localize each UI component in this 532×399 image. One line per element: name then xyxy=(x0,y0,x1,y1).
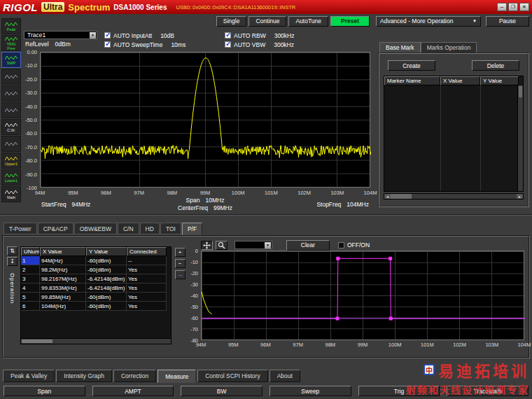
pf-table-header: UNumX ValueY ValueConnected xyxy=(21,247,171,256)
tab-toi[interactable]: TOI xyxy=(160,223,181,234)
checkbox-box[interactable] xyxy=(225,41,231,48)
sidebar-item-trace[interactable] xyxy=(1,85,21,102)
sidebar-item-marker[interactable] xyxy=(1,136,21,152)
y-tick-label: -10 xyxy=(190,259,198,265)
marker-col-y-value[interactable]: Y Value xyxy=(480,76,519,85)
tab-control-scpi-history[interactable]: Control SCPI History xyxy=(197,370,267,382)
offon-checkbox[interactable] xyxy=(338,242,344,248)
marker-table-hscrollbar[interactable]: ◄ ► xyxy=(384,193,524,200)
pause-button[interactable]: Pause xyxy=(486,16,529,27)
limit-point-marker[interactable] xyxy=(388,257,392,260)
tab-measure[interactable]: Measure xyxy=(158,370,196,383)
sidebar-item-swp[interactable]: SWP xyxy=(1,52,21,68)
pf-table-row[interactable]: 6104M(Hz)-60(dBm)Yes xyxy=(21,302,171,311)
chevron-down-icon: ▼ xyxy=(472,19,477,23)
watermark-logo: 中 xyxy=(424,364,435,375)
create-marker-button[interactable]: Create xyxy=(388,60,435,71)
scrollbar-thumb[interactable] xyxy=(22,340,52,343)
pf-table-row[interactable]: 194M(Hz)-60(dBm)-- xyxy=(21,256,171,265)
sidebar-item-lower1[interactable]: Lower1 xyxy=(1,169,21,186)
pf-table-hscrollbar[interactable] xyxy=(21,338,171,344)
pf-table-row[interactable]: 599.85M(Hz)-60(dBm)Yes xyxy=(21,293,171,302)
sidebar-item-det[interactable] xyxy=(1,69,21,85)
sidebar-item-peak[interactable]: Peak xyxy=(1,18,21,34)
advanced-operation-dropdown[interactable]: Advanced - More Operation ▼ xyxy=(376,16,481,27)
pf-col-y-value[interactable]: Y Value xyxy=(86,247,127,256)
tab-correction[interactable]: Correction xyxy=(113,370,156,382)
marker-table-vscrollbar[interactable] xyxy=(517,85,523,191)
pf-chart-plot[interactable] xyxy=(201,251,524,340)
marker-panel-body: Create Delete Marker NameX ValueY Value … xyxy=(378,52,529,207)
tab-cp-acp[interactable]: CP&ACP xyxy=(38,223,74,234)
scroll-left-icon[interactable]: ◄ xyxy=(384,194,391,199)
pf-col-unum[interactable]: UNum xyxy=(21,247,40,256)
tab-c-n[interactable]: C/N xyxy=(118,223,139,234)
sidebar-item-trig-free[interactable]: TRIG Free xyxy=(1,35,21,51)
sidebar-item-upper1[interactable]: Upper1 xyxy=(1,153,21,169)
tab-p-f[interactable]: P/F xyxy=(182,223,202,235)
pf-table-row[interactable]: 298.2M(Hz)-60(dBm)Yes xyxy=(21,265,171,274)
scrollbar-track[interactable] xyxy=(391,194,517,199)
stop-freq-value: 104MHz xyxy=(346,201,369,208)
tracemath-button[interactable]: TraceMath xyxy=(447,386,528,396)
tab-base-mark[interactable]: Base Mark xyxy=(379,42,421,52)
checkbox-value: 10ms xyxy=(171,41,186,48)
bw-button[interactable]: BW xyxy=(181,386,262,396)
maximize-icon[interactable]: ❐ xyxy=(508,3,518,11)
checkbox-auto-rbw[interactable]: AUTO RBW300kHz xyxy=(225,32,335,39)
continue-button[interactable]: Continue xyxy=(248,16,286,27)
pf-table-row[interactable]: 398.2167M(Hz)-6.42148(dBm)Yes xyxy=(21,274,171,284)
tab-about[interactable]: About xyxy=(270,370,300,382)
checkbox-value: 300kHz xyxy=(274,41,294,48)
pf-cell: 6 xyxy=(21,302,40,311)
marker-table: Marker NameX ValueY Value xyxy=(384,76,524,192)
spectrum-plot[interactable] xyxy=(40,52,370,188)
tab-peak-valley[interactable]: Peak & Valley xyxy=(3,370,55,382)
delete-marker-button[interactable]: Delete xyxy=(472,60,519,71)
move-rows-icon[interactable]: ⇅ xyxy=(7,246,18,255)
checkbox-box[interactable] xyxy=(225,32,231,38)
marker-col-marker-name[interactable]: Marker Name xyxy=(384,76,440,85)
clear-button[interactable]: Clear xyxy=(286,240,330,251)
sidebar-item-avg[interactable] xyxy=(1,102,21,118)
trig-button[interactable]: Trig xyxy=(358,386,440,396)
tab-t-power[interactable]: T-Power xyxy=(4,223,37,234)
scroll-right-icon[interactable]: ► xyxy=(517,194,523,199)
tab-intensity-graph[interactable]: Intensity Graph xyxy=(56,370,112,382)
pf-col-x-value[interactable]: X Value xyxy=(40,247,86,256)
peak-icon xyxy=(5,21,18,27)
checkbox-auto-vbw[interactable]: AUTO VBW300kHz xyxy=(225,41,335,48)
pf-limit-dropdown[interactable]: ▼ xyxy=(234,241,272,249)
bottom-function-buttons: SpanAMPTBWSweepTrigTraceMath xyxy=(0,386,532,396)
tab-obw-ebw[interactable]: OBW&EBW xyxy=(74,223,117,234)
span-button[interactable]: Span xyxy=(4,386,85,396)
marker-col-x-value[interactable]: X Value xyxy=(440,76,480,85)
pass-fail-panel: ⇅ ↧ Operation UNumX ValueY ValueConnecte… xyxy=(2,235,530,358)
scrollbar-thumb[interactable] xyxy=(519,86,522,97)
checkbox-box[interactable] xyxy=(104,41,111,48)
zoom-icon[interactable] xyxy=(216,241,227,250)
x-tick-label: 94M xyxy=(196,342,206,348)
ampt-button[interactable]: AMPT xyxy=(92,386,174,396)
trace-select[interactable]: Trace1 ▼ xyxy=(24,31,97,39)
tab-hd[interactable]: HD xyxy=(140,223,160,234)
pf-col-connected[interactable]: Connected xyxy=(127,247,167,256)
checkbox-auto-inputatt[interactable]: AUTO InputAtt10dB xyxy=(104,32,222,39)
preset-button[interactable]: Preset xyxy=(330,16,370,27)
sweep-button[interactable]: Sweep xyxy=(270,386,351,396)
offon-toggle[interactable]: OFF/ON xyxy=(338,241,370,248)
pf-table-row[interactable]: 499.8353M(Hz)-6.42148(dBm)Yes xyxy=(21,284,171,293)
checkbox-auto-sweeptime[interactable]: AUTO SweepTime10ms xyxy=(104,41,222,48)
sidebar-item-math[interactable]: Math xyxy=(1,186,21,202)
tab-marks-operation[interactable]: Marks Operation xyxy=(421,42,477,52)
limit-point-marker[interactable] xyxy=(336,257,340,260)
pan-icon[interactable] xyxy=(201,241,213,250)
minimize-icon[interactable]: ─ xyxy=(497,3,507,11)
close-icon[interactable]: ✕ xyxy=(519,3,529,11)
insert-row-icon[interactable]: ↧ xyxy=(7,257,18,266)
single-button[interactable]: Single xyxy=(216,16,247,27)
autotune-button[interactable]: AutoTune xyxy=(288,16,328,27)
sidebar-item-cw[interactable]: C.W. xyxy=(1,119,21,135)
pf-cell: 99.85M(Hz) xyxy=(40,293,86,302)
checkbox-box[interactable] xyxy=(104,32,111,38)
